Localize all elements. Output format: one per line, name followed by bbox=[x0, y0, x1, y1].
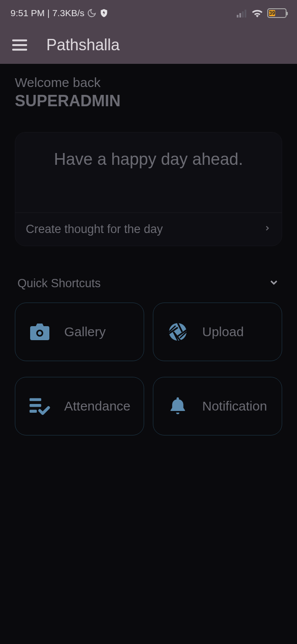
welcome-greeting: Welcome back bbox=[15, 74, 282, 91]
svg-rect-17 bbox=[30, 410, 37, 413]
hamburger-menu-icon[interactable] bbox=[12, 39, 27, 51]
status-speed: 7.3KB/s bbox=[52, 8, 85, 18]
shortcut-upload[interactable]: Upload bbox=[153, 303, 282, 361]
svg-rect-1 bbox=[239, 13, 241, 17]
status-time: 9:51 PM bbox=[10, 8, 45, 18]
status-divider: | bbox=[47, 8, 49, 18]
status-left: 9:51 PM | 7.3KB/s bbox=[10, 8, 109, 18]
shield-charging-icon bbox=[99, 8, 109, 18]
status-bar: 9:51 PM | 7.3KB/s 39 bbox=[0, 0, 297, 26]
svg-point-8 bbox=[38, 331, 42, 335]
shortcut-label: Upload bbox=[202, 324, 244, 339]
svg-rect-6 bbox=[12, 49, 27, 51]
shortcut-label: Attendance bbox=[64, 399, 131, 414]
app-title: Pathshalla bbox=[46, 36, 120, 54]
main-content: Welcome back SUPERADMIN Have a happy day… bbox=[0, 64, 297, 446]
svg-rect-3 bbox=[245, 10, 246, 17]
thought-text: Have a happy day ahead. bbox=[15, 132, 282, 212]
shortcut-attendance[interactable]: Attendance bbox=[15, 377, 144, 435]
svg-rect-5 bbox=[12, 44, 27, 46]
svg-rect-16 bbox=[30, 404, 41, 407]
thought-card: Have a happy day ahead. Create thought f… bbox=[15, 132, 282, 246]
shortcut-notification[interactable]: Notification bbox=[153, 377, 282, 435]
shortcuts-grid: Gallery Upload Attendance Notification bbox=[15, 303, 282, 435]
moon-icon bbox=[87, 8, 97, 18]
shortcuts-header[interactable]: Quick Shortcuts bbox=[15, 277, 282, 290]
checklist-icon bbox=[28, 397, 52, 415]
svg-rect-4 bbox=[12, 39, 27, 41]
battery-level: 39 bbox=[269, 10, 275, 16]
svg-rect-2 bbox=[242, 11, 244, 17]
svg-rect-0 bbox=[237, 15, 238, 17]
battery-icon: 39 bbox=[267, 8, 287, 18]
shortcut-gallery[interactable]: Gallery bbox=[15, 303, 144, 361]
status-right: 39 bbox=[237, 8, 287, 18]
shortcut-label: Notification bbox=[202, 399, 267, 414]
chevron-right-icon bbox=[263, 224, 271, 234]
welcome-username: SUPERADMIN bbox=[15, 92, 282, 110]
shortcuts-title: Quick Shortcuts bbox=[17, 277, 101, 290]
app-bar: Pathshalla bbox=[0, 26, 297, 64]
camera-icon bbox=[28, 323, 52, 341]
create-thought-label: Create thought for the day bbox=[26, 223, 163, 236]
aperture-icon bbox=[166, 321, 190, 342]
shortcut-label: Gallery bbox=[64, 324, 106, 339]
chevron-down-icon bbox=[268, 277, 280, 290]
svg-rect-15 bbox=[30, 398, 41, 401]
wifi-icon bbox=[252, 9, 263, 17]
bell-icon bbox=[166, 396, 190, 417]
create-thought-button[interactable]: Create thought for the day bbox=[15, 212, 282, 246]
signal-icon bbox=[237, 9, 247, 17]
